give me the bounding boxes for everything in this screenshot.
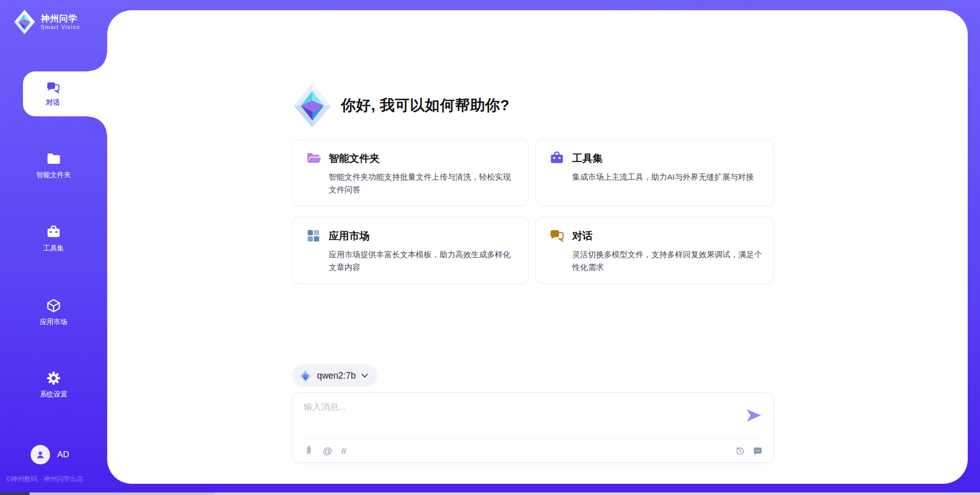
card-title: 应用市场 (329, 229, 370, 243)
new-chat-button[interactable] (752, 445, 763, 456)
brand-logo: 神州问学 Smart Vision (13, 9, 80, 35)
card-description: 灵活切换多模型文件，支持多样回复效果调试，满足个性化需求 (572, 248, 762, 274)
hash-button[interactable]: # (341, 446, 347, 456)
user-account[interactable]: AD (0, 445, 107, 464)
greeting: 你好, 我可以如何帮助你? (292, 83, 509, 129)
card-title: 工具集 (572, 152, 603, 165)
tab-fillet-top (89, 53, 107, 71)
main-panel: 你好, 我可以如何帮助你? 智能文件夹 智能文件夹功能支持批量文件上传与清洗，轻… (107, 10, 968, 484)
folder-icon (306, 151, 321, 166)
sidebar-item-chat[interactable]: 对话 (23, 71, 107, 116)
scrollbar-divider (438, 492, 438, 495)
grid-icon (306, 228, 321, 243)
brand-title: 神州问学 (41, 14, 80, 24)
bottom-scrollbar[interactable] (0, 492, 980, 495)
message-input[interactable] (304, 401, 732, 433)
paperclip-icon (304, 445, 314, 456)
tab-fillet-bottom (89, 116, 107, 135)
person-icon (35, 449, 46, 460)
model-diamond-icon (299, 368, 312, 383)
sidebar-item-toolbox[interactable]: 工具集 (0, 225, 107, 253)
sidebar-item-label: 对话 (46, 98, 60, 107)
card-description: 应用市场提供丰富长文本模板，助力高效生成多样化文章内容 (329, 248, 517, 274)
toolbox-icon (46, 225, 61, 240)
user-initials: AD (57, 450, 69, 460)
chat-icon (549, 228, 565, 243)
sidebar-item-smart-folder[interactable]: 智能文件夹 (0, 151, 107, 180)
chevron-down-icon (361, 374, 368, 378)
sidebar-item-app-market[interactable]: 应用市场 (0, 298, 107, 327)
card-description: 集成市场上主流工具，助力AI与外界无缝扩展与对接 (572, 170, 762, 183)
footer-note: ©神州数码 · 神州问学出品 (6, 475, 83, 484)
sidebar-item-label: 工具集 (43, 244, 64, 253)
sidebar: 神州问学 Smart Vision 对话 智能文件夹 工具集 (0, 0, 107, 495)
cube-icon (46, 298, 61, 313)
card-chat[interactable]: 对话 灵活切换多模型文件，支持多样回复效果调试，满足个性化需求 (535, 217, 774, 284)
card-app-market[interactable]: 应用市场 应用市场提供丰富长文本模板，助力高效生成多样化文章内容 (292, 217, 529, 284)
history-button[interactable] (734, 445, 745, 456)
send-icon[interactable] (746, 408, 762, 423)
chat-icon (46, 81, 60, 95)
folder-icon (46, 151, 61, 166)
card-smart-folder[interactable]: 智能文件夹 智能文件夹功能支持批量文件上传与清洗，轻松实现文件问答 (292, 139, 529, 206)
scrollbar-thumb[interactable] (30, 492, 214, 495)
history-icon (734, 445, 745, 456)
card-description: 智能文件夹功能支持批量文件上传与清洗，轻松实现文件问答 (329, 170, 517, 196)
chat-bubble-icon (752, 445, 763, 456)
sidebar-item-label: 系统设置 (40, 390, 67, 399)
brand-subtitle: Smart Vision (41, 24, 80, 30)
model-name: qwen2:7b (317, 370, 356, 381)
card-title: 对话 (572, 229, 593, 243)
message-composer: @ # (292, 392, 774, 463)
toolbox-icon (549, 151, 565, 166)
sidebar-item-settings[interactable]: 系统设置 (0, 370, 107, 399)
avatar (31, 445, 50, 464)
model-selector[interactable]: qwen2:7b (292, 364, 377, 387)
sidebar-item-label: 智能文件夹 (36, 170, 71, 180)
scrollbar-corner (0, 492, 30, 495)
feature-cards: 智能文件夹 智能文件夹功能支持批量文件上传与清洗，轻松实现文件问答 工具集 集成… (292, 139, 774, 284)
gear-icon (46, 370, 61, 386)
mention-button[interactable]: @ (323, 446, 332, 456)
greeting-text: 你好, 我可以如何帮助你? (341, 95, 509, 116)
card-title: 智能文件夹 (329, 152, 380, 165)
attach-file-button[interactable] (304, 445, 314, 456)
sidebar-item-label: 应用市场 (40, 317, 67, 327)
greeting-diamond-icon (292, 83, 333, 129)
card-toolbox[interactable]: 工具集 集成市场上主流工具，助力AI与外界无缝扩展与对接 (535, 139, 774, 206)
brand-diamond-icon (13, 9, 36, 35)
composer-toolbar: @ # (292, 438, 773, 463)
